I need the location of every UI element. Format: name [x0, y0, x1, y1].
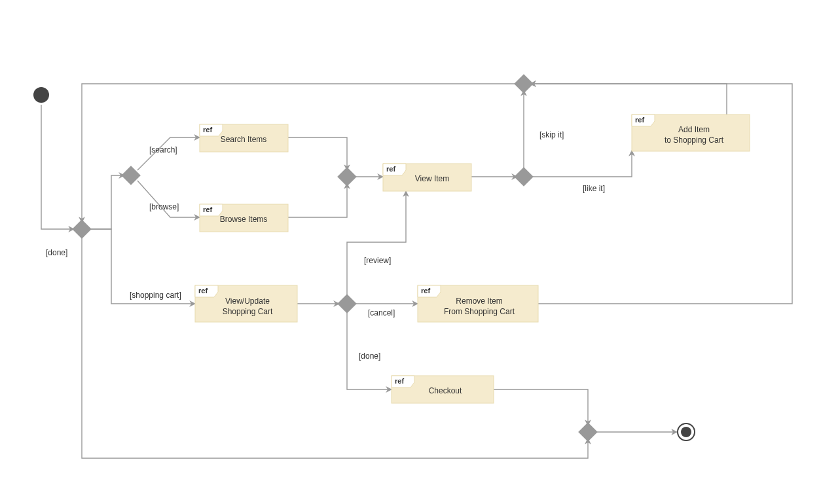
- svg-rect-2: [338, 168, 356, 186]
- guard-browse: [browse]: [149, 202, 179, 211]
- node-remove-item: ref Remove Item From Shopping Cart: [418, 285, 538, 322]
- ref-tag: ref: [635, 116, 644, 124]
- node-label: Checkout: [429, 386, 462, 395]
- svg-rect-5: [338, 295, 356, 313]
- ref-tag: ref: [421, 287, 430, 295]
- initial-node: [33, 87, 49, 103]
- guard-cancel: [cancel]: [368, 308, 395, 317]
- svg-rect-6: [579, 423, 597, 441]
- node-search-items: ref Search Items: [200, 124, 288, 152]
- svg-rect-1: [122, 166, 140, 185]
- guard-done-inner: [done]: [359, 351, 380, 361]
- guard-search: [search]: [149, 145, 177, 154]
- ref-tag: ref: [386, 165, 395, 173]
- ref-tag: ref: [198, 287, 208, 295]
- guard-review: [review]: [364, 256, 391, 265]
- node-label: View Item: [415, 174, 449, 183]
- node-checkout: ref Checkout: [392, 376, 494, 403]
- node-label: Add Item: [678, 125, 710, 134]
- svg-rect-3: [515, 168, 533, 186]
- ref-tag: ref: [395, 377, 404, 385]
- guard-shopping-cart: [shopping cart]: [130, 291, 181, 300]
- ref-nodes: ref Search Items ref Browse Items ref Vi…: [195, 115, 750, 403]
- guard-skip-it: [skip it]: [539, 130, 564, 139]
- node-view-item: ref View Item: [383, 164, 471, 191]
- activity-diagram: ref Search Items ref Browse Items ref Vi…: [0, 0, 821, 504]
- node-label: Remove Item: [456, 297, 502, 306]
- ref-tag: ref: [203, 126, 212, 134]
- svg-point-8: [681, 427, 691, 437]
- ref-tag: ref: [203, 206, 212, 213]
- node-label: Search Items: [221, 135, 267, 144]
- guard-labels: [search] [browse] [shopping cart] [revie…: [46, 130, 605, 361]
- final-node: [678, 423, 695, 441]
- svg-rect-4: [515, 75, 533, 93]
- node-label: Shopping Cart: [223, 307, 273, 316]
- guard-done-outer: [done]: [46, 248, 67, 257]
- node-label: View/Update: [225, 297, 270, 306]
- node-label: From Shopping Cart: [444, 307, 515, 316]
- guard-like-it: [like it]: [583, 184, 605, 193]
- node-view-update-cart: ref View/Update Shopping Cart: [195, 285, 297, 322]
- node-add-item: ref Add Item to Shopping Cart: [632, 115, 750, 151]
- node-label: to Shopping Cart: [665, 135, 724, 145]
- node-browse-items: ref Browse Items: [200, 204, 288, 232]
- decision-nodes: [73, 75, 597, 441]
- svg-rect-0: [73, 220, 91, 238]
- node-label: Browse Items: [220, 215, 268, 224]
